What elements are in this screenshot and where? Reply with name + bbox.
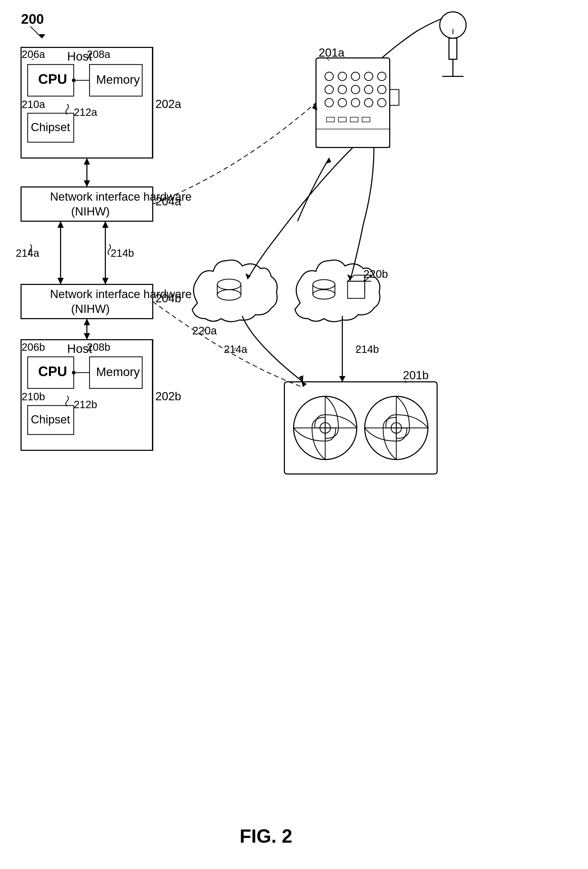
cpu-b-label: CPU (38, 364, 67, 379)
memory-a-ref-label: 208a (87, 49, 111, 60)
network-b-label: 220b (363, 268, 388, 280)
bus-b-ref-label: 212b (74, 399, 97, 410)
nihw-a-ref: 204a (156, 195, 181, 208)
link-a-right-label: 214a (224, 343, 247, 355)
chipset-a-label: Chipset (31, 121, 70, 133)
diagram-container: 200 Host 206a 208a CPU Memory 210a 212a … (0, 0, 588, 869)
device-a-ref: 201a (318, 46, 344, 59)
nihw-b-ref: 204b (156, 292, 181, 305)
memory-b-label: Memory (96, 365, 140, 379)
svg-point-26 (72, 371, 76, 374)
chipset-b-ref-label: 210b (22, 391, 45, 402)
host-b-box-ref: 202b (156, 390, 181, 403)
cpu-a-label: CPU (38, 71, 67, 87)
svg-point-8 (72, 79, 76, 82)
link-a-nihw-label: 214a (16, 247, 40, 259)
diagram-number: 200 (21, 11, 44, 27)
link-b-right-label: 214b (355, 343, 379, 355)
nihw-b-label2: (NIHW) (71, 302, 110, 315)
network-a-label: 220a (192, 325, 217, 337)
link-b-nihw-label: 214b (111, 247, 134, 259)
cpu-b-ref-label: 206b (22, 341, 45, 353)
nihw-a-label2: (NIHW) (71, 205, 110, 218)
cpu-a-ref-label: 206a (22, 49, 45, 60)
host-a-box-ref: 202a (156, 98, 181, 110)
chipset-b-label: Chipset (31, 413, 70, 426)
device-b-ref: 201b (403, 369, 429, 381)
chipset-a-ref-label: 210a (22, 98, 45, 110)
memory-a-label: Memory (96, 73, 140, 86)
figure-label: FIG. 2 (240, 826, 292, 847)
memory-b-ref-label: 208b (87, 341, 110, 353)
bus-a-ref-label: 212a (74, 107, 98, 118)
